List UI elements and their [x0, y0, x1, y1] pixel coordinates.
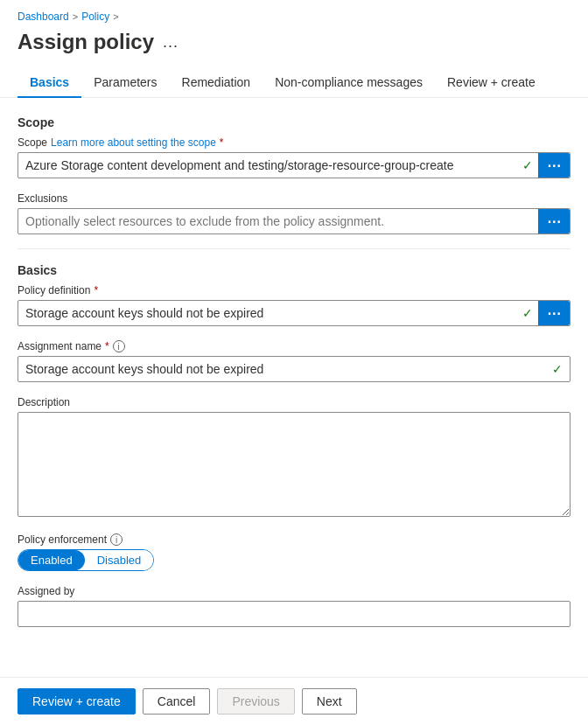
tabs: Basics Parameters Remediation Non-compli…	[0, 68, 588, 98]
basics-section-title: Basics	[18, 263, 570, 277]
tab-parameters[interactable]: Parameters	[81, 68, 169, 98]
breadcrumb-dashboard[interactable]: Dashboard	[18, 10, 69, 23]
scope-learn-more-link[interactable]: Learn more about setting the scope	[51, 136, 216, 149]
tab-remediation[interactable]: Remediation	[170, 68, 263, 98]
policy-enforcement-label: Policy enforcement i	[18, 533, 570, 546]
policy-enforcement-form-group: Policy enforcement i Enabled Disabled	[18, 533, 570, 571]
exclusions-browse-button[interactable]: ⋯	[538, 209, 570, 234]
scope-section-title: Scope	[18, 115, 570, 129]
assignment-name-label: Assignment name * i	[18, 340, 570, 352]
description-label: Description	[18, 396, 570, 408]
toggle-disabled[interactable]: Disabled	[85, 550, 154, 570]
policy-enforcement-info-icon[interactable]: i	[110, 533, 122, 546]
policy-definition-label: Policy definition *	[18, 284, 570, 296]
scope-browse-button[interactable]: ⋯	[538, 153, 570, 178]
policy-enforcement-toggle[interactable]: Enabled Disabled	[18, 549, 154, 571]
scope-form-group: Scope Learn more about setting the scope…	[18, 136, 570, 178]
previous-button: Previous	[217, 688, 294, 715]
assignment-name-input-row: ✓	[18, 356, 570, 382]
exclusions-form-group: Exclusions ⋯	[18, 192, 570, 234]
section-divider-1	[18, 248, 570, 249]
more-options-icon[interactable]: ...	[163, 33, 178, 52]
breadcrumb-sep-1: >	[73, 11, 78, 22]
policy-definition-input-row: Storage account keys should not be expir…	[18, 300, 570, 326]
policy-definition-required: *	[94, 284, 98, 296]
scope-value: Azure Storage content development and te…	[18, 153, 517, 178]
tab-basics[interactable]: Basics	[18, 68, 81, 98]
assignment-name-required: *	[105, 340, 109, 352]
assignment-name-input[interactable]	[18, 357, 545, 381]
breadcrumb: Dashboard > Policy >	[0, 0, 588, 26]
assignment-name-check-icon: ✓	[545, 362, 570, 376]
tab-non-compliance[interactable]: Non-compliance messages	[262, 68, 435, 98]
content-area: Scope Scope Learn more about setting the…	[0, 98, 588, 711]
assigned-by-label: Assigned by	[18, 585, 570, 597]
description-form-group: Description	[18, 396, 570, 519]
cancel-button[interactable]: Cancel	[143, 688, 211, 715]
exclusions-input-row: ⋯	[18, 208, 570, 234]
assignment-name-form-group: Assignment name * i ✓	[18, 340, 570, 382]
page-header: Assign policy ...	[0, 26, 588, 68]
scope-required: *	[220, 136, 224, 149]
scope-label: Scope Learn more about setting the scope…	[18, 136, 570, 149]
policy-definition-browse-button[interactable]: ⋯	[538, 301, 570, 325]
next-button[interactable]: Next	[302, 688, 357, 715]
assigned-by-form-group: Assigned by	[18, 585, 570, 627]
policy-definition-check-icon: ✓	[517, 301, 538, 325]
description-textarea[interactable]	[18, 412, 570, 517]
policy-definition-value: Storage account keys should not be expir…	[18, 301, 517, 325]
exclusions-input[interactable]	[18, 209, 538, 234]
scope-input-row: Azure Storage content development and te…	[18, 152, 570, 178]
footer: Review + create Cancel Previous Next	[0, 677, 588, 725]
exclusions-label: Exclusions	[18, 192, 570, 205]
policy-definition-form-group: Policy definition * Storage account keys…	[18, 284, 570, 326]
assigned-by-input[interactable]	[18, 601, 570, 627]
toggle-enabled[interactable]: Enabled	[18, 550, 85, 570]
assignment-name-info-icon[interactable]: i	[113, 340, 125, 352]
breadcrumb-sep-2: >	[113, 11, 118, 22]
scope-check-icon: ✓	[517, 153, 538, 178]
page-title: Assign policy	[18, 30, 154, 54]
review-create-button[interactable]: Review + create	[18, 688, 136, 715]
breadcrumb-policy[interactable]: Policy	[81, 10, 109, 23]
tab-review-create[interactable]: Review + create	[435, 68, 548, 98]
